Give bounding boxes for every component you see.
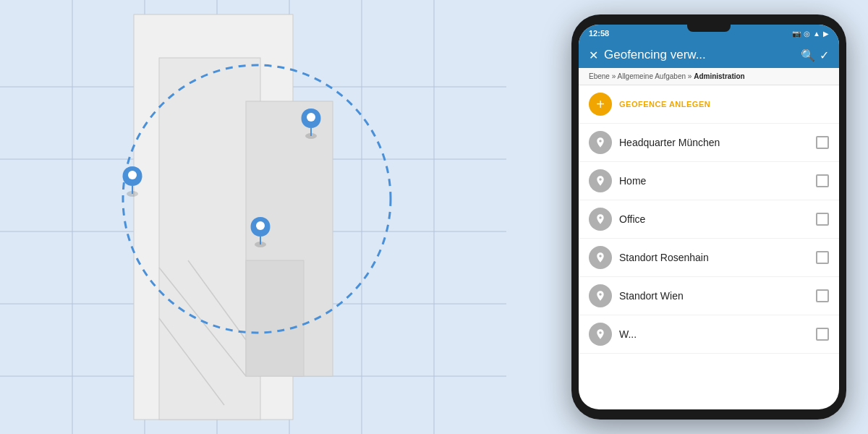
list-item[interactable]: Home <box>579 162 839 200</box>
breadcrumb: Ebene » Allgemeine Aufgaben » Administra… <box>579 68 839 85</box>
signal-icon: ◎ <box>804 30 810 38</box>
app-header: ✕ Geofencing verw... 🔍 ✓ <box>579 42 839 68</box>
breadcrumb-sep1: » <box>612 72 618 80</box>
add-circle-icon: + <box>589 93 612 116</box>
item-name-3: Office <box>619 213 809 225</box>
add-geofence-row[interactable]: + GEOFENCE ANLEGEN <box>579 85 839 124</box>
checkbox-5[interactable] <box>816 289 829 302</box>
list-item[interactable]: Standort Wien <box>579 277 839 315</box>
breadcrumb-item-admin: Administration <box>694 72 745 80</box>
phone-screen: 12:58 📷 ◎ ▲ ▶ ✕ Geofencing verw... 🔍 ✓ E… <box>579 25 839 409</box>
checkbox-2[interactable] <box>816 174 829 187</box>
list-item[interactable]: Standort Rosenhain <box>579 239 839 277</box>
map-svg <box>0 0 506 434</box>
wifi-icon: ▲ <box>813 30 820 38</box>
svg-point-24 <box>256 221 265 230</box>
svg-point-22 <box>307 113 315 122</box>
breadcrumb-sep2: » <box>688 72 694 80</box>
svg-point-20 <box>128 171 137 179</box>
list-item[interactable]: Office <box>579 200 839 239</box>
item-name-1: Headquarter München <box>619 137 809 148</box>
confirm-button[interactable]: ✓ <box>820 48 829 62</box>
svg-rect-14 <box>246 260 304 376</box>
status-icons: 📷 ◎ ▲ ▶ <box>792 30 829 38</box>
checkbox-4[interactable] <box>816 251 829 264</box>
breadcrumb-item-aufgaben: Allgemeine Aufgaben <box>618 72 686 80</box>
item-name-4: Standort Rosenhain <box>619 252 809 263</box>
add-geofence-label: GEOFENCE ANLEGEN <box>619 100 710 109</box>
checkbox-6[interactable] <box>816 328 829 341</box>
breadcrumb-item-ebene: Ebene <box>589 72 610 80</box>
phone-notch <box>687 25 731 32</box>
item-name-6: W... <box>619 328 809 340</box>
item-name-2: Home <box>619 175 809 187</box>
location-icon-4 <box>589 246 612 269</box>
location-icon-3 <box>589 208 612 231</box>
list-item[interactable]: Headquarter München <box>579 124 839 162</box>
list-item[interactable]: W... <box>579 315 839 354</box>
checkbox-1[interactable] <box>816 136 829 149</box>
battery-icon: ▶ <box>823 30 829 38</box>
search-button[interactable]: 🔍 <box>801 48 815 62</box>
status-time: 12:58 <box>589 29 609 38</box>
location-icon-6 <box>589 323 612 346</box>
phone-body: 12:58 📷 ◎ ▲ ▶ ✕ Geofencing verw... 🔍 ✓ E… <box>571 14 846 420</box>
item-name-5: Standort Wien <box>619 290 809 302</box>
location-icon-5 <box>589 284 612 307</box>
map-area <box>0 0 506 434</box>
header-title: Geofencing verw... <box>604 48 795 62</box>
close-button[interactable]: ✕ <box>589 48 598 62</box>
location-icon-2 <box>589 169 612 192</box>
location-icon-1 <box>589 131 612 154</box>
phone-device: 12:58 📷 ◎ ▲ ▶ ✕ Geofencing verw... 🔍 ✓ E… <box>571 14 846 420</box>
checkbox-3[interactable] <box>816 213 829 226</box>
camera-icon: 📷 <box>792 30 801 38</box>
svg-rect-12 <box>159 58 260 420</box>
